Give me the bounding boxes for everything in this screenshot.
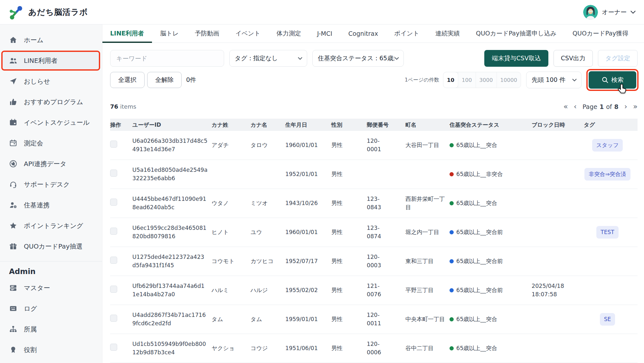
cell-zip: 123-0874	[367, 224, 405, 240]
sitemap-icon	[9, 325, 17, 333]
head-count-select[interactable]: 先頭 100 件	[526, 72, 582, 88]
cell-zip: 120-0011	[367, 311, 405, 328]
prev-page-button[interactable]: ‹	[574, 103, 577, 110]
cell-gender: 男性	[331, 257, 367, 265]
cell-status: 65歳以上__非突合	[450, 170, 532, 178]
cell-gender: 男性	[331, 199, 367, 207]
cell-status: 65歳以上__突合前	[450, 286, 532, 294]
tab-line-users[interactable]: LINE利用者	[102, 25, 152, 43]
sidebar-item-role[interactable]: 役割	[0, 339, 102, 360]
device-csv-import-button[interactable]: 端末貸与CSV取込	[484, 50, 548, 67]
clear-all-button[interactable]: 全解除	[147, 72, 182, 88]
user-gear-icon	[9, 201, 17, 209]
cell-gender: 男性	[331, 315, 367, 323]
calendar-outline-icon	[9, 139, 17, 147]
sidebar-divider	[0, 261, 102, 261]
cell-town: 中央本町一丁目	[405, 315, 450, 323]
sidebar-item-home[interactable]: ホーム	[0, 30, 102, 50]
search-button[interactable]: 検索	[589, 71, 636, 89]
cursor-icon	[617, 83, 628, 94]
row-checkbox[interactable]	[110, 170, 117, 177]
row-checkbox[interactable]	[110, 257, 117, 264]
user-avatar	[583, 5, 598, 20]
cell-status: 65歳以上__突合前	[450, 257, 532, 265]
sidebar-item-event-schedule[interactable]: イベントスケジュール	[0, 112, 102, 133]
sidebar-item-line-users[interactable]: LINE利用者	[2, 51, 99, 70]
status-filter-select[interactable]: 住基突合ステータス : 65歳未満	[312, 50, 404, 67]
tab-events[interactable]: イベント	[227, 25, 269, 43]
sidebar-item-affiliation[interactable]: 所属	[0, 319, 102, 339]
main-content: LINE利用者 脳トレ 予防動画 イベント 体力測定 J-MCI Cognitr…	[102, 25, 644, 363]
next-page-button[interactable]: ›	[624, 103, 627, 110]
row-checkbox[interactable]	[110, 228, 117, 235]
selection-row: 全選択 全解除 0件 1ページの件数 10 100 3000 10000 先頭 …	[110, 71, 638, 89]
cell-kana-sei: タム	[212, 315, 251, 323]
cell-tag	[584, 286, 631, 294]
csv-export-button[interactable]: CSV出力	[554, 50, 593, 67]
page-size-option-10[interactable]: 10	[443, 72, 458, 88]
tab-points[interactable]: ポイント	[386, 25, 427, 43]
tab-prevention-videos[interactable]: 予防動画	[187, 25, 227, 43]
status-dot-icon	[450, 259, 454, 263]
row-checkbox[interactable]	[110, 286, 117, 293]
status-dot-icon	[450, 201, 454, 205]
sidebar-item-measurement-session[interactable]: 測定会	[0, 133, 102, 153]
last-page-button[interactable]: »	[633, 103, 638, 110]
sidebar-item-point-ranking[interactable]: ポイントランキング	[0, 215, 102, 236]
list-card-icon	[9, 284, 17, 292]
tab-streak[interactable]: 連続実績	[427, 25, 468, 43]
table-row: U5a161ed8050ad4e2549a322235e6abb6 1952/0…	[110, 160, 638, 189]
tag-filter-select[interactable]: タグ : 指定なし	[229, 50, 307, 67]
tab-jmci[interactable]: J-MCI	[309, 25, 340, 43]
tab-fitness-test[interactable]: 体力測定	[269, 25, 309, 43]
sidebar-item-juki-linkage[interactable]: 住基連携	[0, 195, 102, 215]
row-checkbox[interactable]	[110, 344, 117, 351]
cell-kana-sei: ヒノト	[212, 228, 251, 236]
sidebar-item-master[interactable]: マスター	[0, 278, 102, 298]
row-checkbox[interactable]	[110, 315, 117, 322]
cell-blocked-at: 2025/04/18 18:07:58	[532, 282, 584, 299]
tab-cognitrax[interactable]: Cognitrax	[340, 25, 386, 43]
cell-kana-sei: ヤクショ	[212, 344, 251, 352]
chevron-down-icon	[572, 79, 577, 82]
page-size-option-100[interactable]: 100	[458, 72, 476, 88]
table-row: Ud1cb5105949b9f0eb80012b9d87b3ce4 ヤクショ コ…	[110, 334, 638, 363]
account-menu[interactable]: オーナー	[583, 5, 636, 20]
cell-kana-mei: ハルジ	[251, 286, 285, 294]
keyword-input[interactable]	[110, 50, 224, 67]
cell-user-id: Ufb629bf13744aa74a6d11e14ba4b27a0	[132, 282, 212, 299]
tag-settings-button[interactable]: タグ設定	[598, 50, 638, 67]
cell-user-id: Ud1cb5105949b9f0eb80012b9d87b3ce4	[132, 340, 212, 357]
first-page-button[interactable]: «	[564, 103, 568, 110]
cell-birthday: 1959/01/01	[285, 315, 331, 323]
tab-quo-apply[interactable]: QUOカードPay抽選申し込み	[468, 25, 564, 43]
sidebar-item-support-desk[interactable]: サポートデスク	[0, 174, 102, 195]
cell-zip: 120-0003	[367, 253, 405, 270]
page-size-option-3000[interactable]: 3000	[476, 72, 497, 88]
sidebar-item-news[interactable]: おしらせ	[0, 71, 102, 92]
cell-zip: 123-0843	[367, 195, 405, 211]
sidebar-item-api-data[interactable]: API連携データ	[0, 153, 102, 174]
page-size-label: 1ページの件数	[405, 77, 439, 83]
cell-kana-sei: アダチ	[212, 141, 251, 149]
select-all-button[interactable]: 全選択	[110, 72, 145, 88]
row-checkbox[interactable]	[110, 199, 117, 206]
users-icon	[9, 56, 17, 65]
cell-status: 65歳以上__突合	[450, 199, 532, 207]
cell-gender: 男性	[331, 141, 367, 149]
cell-status: 65歳以上__突合前	[450, 228, 532, 236]
table-row: U4445bbe467df11090e918ead6240ab5c ウタノ ミツ…	[110, 189, 638, 218]
tag-badge: スタッフ	[592, 139, 623, 152]
cell-user-id: U5a161ed8050ad4e2549a322235e6abb6	[132, 166, 212, 182]
status-dot-icon	[450, 317, 454, 321]
page-size-option-10000[interactable]: 10000	[497, 72, 521, 88]
sidebar-item-quo-lottery[interactable]: QUOカードPay抽選	[0, 236, 102, 257]
sidebar-item-recommended-programs[interactable]: おすすめプログラム	[0, 92, 102, 112]
sidebar-item-log[interactable]: ログ	[0, 298, 102, 319]
row-checkbox[interactable]	[110, 141, 117, 148]
tab-brain-training[interactable]: 脳トレ	[152, 25, 187, 43]
status-dot-icon	[450, 288, 454, 292]
cell-kana-sei: ハルミ	[212, 286, 251, 294]
tab-quo-earned[interactable]: QUOカードPay獲得	[564, 25, 636, 43]
tag-badge: TEST	[596, 226, 618, 239]
